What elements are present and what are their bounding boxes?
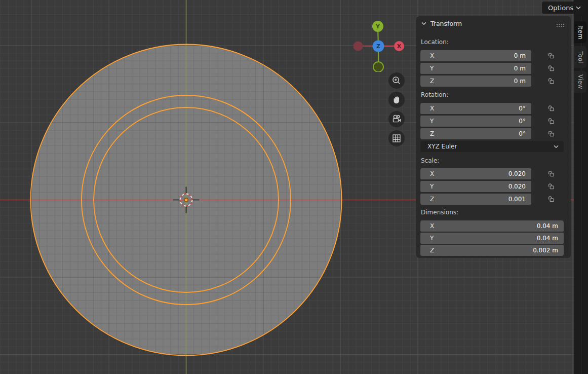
lock-icon[interactable] [547,52,555,59]
sidebar-tab-item[interactable]: Item [574,21,586,43]
field-value: 0 m [514,52,526,59]
rotation-mode-value: XYZ Euler [427,143,457,150]
options-button[interactable]: Options [542,2,585,14]
gizmo-y-label: Y [375,23,380,30]
gizmo-z-label: Z [376,43,380,50]
field-value: 0.04 m [537,222,558,230]
pan-button[interactable] [388,92,405,108]
lock-icon[interactable] [547,104,555,112]
field-value: 0.020 [508,183,526,190]
gizmo-x-ball[interactable]: X [394,41,404,51]
rotation-z-field[interactable]: Z 0° [420,128,531,139]
gizmo-y-negative-ball[interactable] [373,62,383,72]
chevron-down-icon [576,6,581,10]
transform-panel-header[interactable]: Transform [421,20,462,27]
dimensions-y-field[interactable]: Y 0.04 m [420,233,564,244]
field-value: 0.04 m [537,235,558,242]
field-axis-label: X [430,222,434,230]
movie-camera-icon [390,113,403,125]
rotation-x-field[interactable]: X 0° [420,103,531,114]
field-axis-label: Y [430,235,434,242]
grid-orthographic-button[interactable] [388,130,405,146]
scale-x-field[interactable]: X 0.020 [420,168,531,179]
field-value: 0° [519,130,526,137]
lock-icon[interactable] [547,64,555,72]
lock-icon[interactable] [547,182,555,190]
rotation-y-field[interactable]: Y 0° [420,116,531,127]
location-z-field[interactable]: Z 0 m [420,76,531,87]
lock-icon[interactable] [547,170,555,177]
field-value: 0 m [514,65,526,72]
field-axis-label: X [430,170,434,177]
panel-collapse-chevron-icon [421,22,426,25]
dimensions-x-field[interactable]: X 0.04 m [420,220,564,232]
axis-gizmo[interactable]: Y X Z [349,15,408,72]
lock-icon[interactable] [547,195,555,203]
dimensions-z-field[interactable]: Z 0.002 m [420,245,564,256]
lock-icon[interactable] [547,117,555,125]
scale-y-field[interactable]: Y 0.020 [420,181,531,192]
dimensions-section-label: Dimensions: [421,209,458,216]
rotation-mode-dropdown[interactable]: XYZ Euler [420,141,564,152]
location-y-field[interactable]: Y 0 m [420,63,531,74]
field-value: 0 m [514,78,526,85]
object-origin-dot [184,198,188,202]
rotation-section-label: Rotation: [421,91,448,98]
gizmo-x-label: X [397,43,402,50]
options-label: Options [548,4,573,12]
field-axis-label: X [430,105,434,112]
transform-panel: Transform Location: X 0 m Y 0 m Z 0 m Ro… [416,16,571,258]
field-value: 0.020 [508,170,526,177]
scale-z-field[interactable]: Z 0.001 [420,194,531,205]
drag-grip-icon[interactable] [556,23,565,27]
lock-icon[interactable] [547,77,555,85]
camera-view-button[interactable] [388,111,405,127]
field-axis-label: Z [430,196,434,203]
tab-label: View [577,74,584,89]
sidebar-scrollbar[interactable] [581,16,581,374]
chevron-down-icon [554,145,559,148]
location-x-field[interactable]: X 0 m [420,50,531,61]
field-value: 0.001 [508,196,526,203]
field-axis-label: Y [430,118,434,125]
gizmo-z-ball[interactable]: Z [373,41,384,52]
panel-title: Transform [430,20,462,27]
lock-icon[interactable] [547,130,555,137]
field-axis-label: Y [430,183,434,190]
magnifier-plus-icon [390,74,403,87]
field-axis-label: Y [430,65,434,72]
hand-icon [390,94,403,106]
grid-icon [390,132,403,144]
field-value: 0° [519,118,526,125]
field-value: 0.002 m [533,247,558,254]
blender-3d-viewport: Y X Z [0,0,588,374]
sidebar-tab-tool[interactable]: Tool [574,46,586,68]
field-axis-label: Z [430,130,434,137]
zoom-button[interactable] [388,72,405,89]
field-value: 0° [519,105,526,112]
sidebar-tab-view[interactable]: View [574,71,586,93]
tab-label: Tool [577,51,584,63]
location-section-label: Location: [421,39,449,46]
field-axis-label: Z [430,247,434,254]
field-axis-label: Z [430,78,434,85]
tab-label: Item [577,25,584,40]
scale-section-label: Scale: [421,157,439,164]
gizmo-y-ball[interactable]: Y [372,21,383,32]
field-axis-label: X [430,52,434,59]
gizmo-x-negative-ball[interactable] [354,42,363,51]
